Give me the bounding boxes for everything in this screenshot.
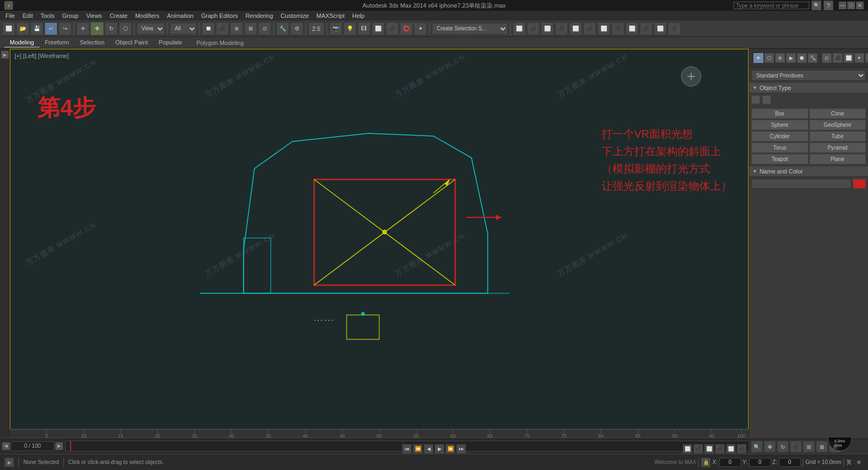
- toolbar-btn-5[interactable]: 🔲: [202, 22, 215, 35]
- toolbar-btn-9[interactable]: ⊙: [258, 22, 271, 35]
- obj-btn-box[interactable]: Box: [751, 108, 808, 119]
- menu-item-maxscript[interactable]: MAXScript: [313, 12, 348, 20]
- toolbar-btn-d[interactable]: 💡: [343, 22, 356, 35]
- toolbar-btn-i[interactable]: ✦: [414, 22, 427, 35]
- toolbar-btn-k[interactable]: ⬛: [527, 22, 540, 35]
- rp-icon-e[interactable]: ⊞: [865, 53, 868, 63]
- subtoolbar-tab-modeling[interactable]: Modeling: [4, 38, 40, 48]
- toolbar-btn-a[interactable]: 🔧: [276, 22, 289, 35]
- maxscript-welcome[interactable]: Welcome to MAX: [654, 459, 696, 465]
- toolbar-btn-h[interactable]: ⭕: [400, 22, 413, 35]
- toolbar-scale[interactable]: ⬡: [119, 22, 132, 35]
- rp-icon-display[interactable]: ⬢: [797, 53, 807, 63]
- obj-btn-sphere[interactable]: Sphere: [751, 120, 808, 130]
- toolbar-btn-t[interactable]: ⬜: [654, 22, 667, 35]
- rp-icon-a[interactable]: ⊙: [822, 53, 832, 63]
- rp-icon-b[interactable]: ⬛: [833, 53, 843, 63]
- rp-icon-hierarchy[interactable]: ⊕: [775, 53, 785, 63]
- obj-btn-geosphere[interactable]: GeoSphere: [809, 120, 866, 130]
- obj-btn-plane[interactable]: Plane: [809, 154, 866, 164]
- search-icon[interactable]: 🔍: [812, 1, 821, 10]
- toolbar-btn-l[interactable]: ⬜: [541, 22, 554, 35]
- rp-icon-c[interactable]: ⬜: [844, 53, 853, 63]
- coord-z-input[interactable]: [779, 458, 801, 467]
- nav-rotate[interactable]: ↻: [777, 441, 789, 453]
- rp-icon-modify[interactable]: ⬡: [764, 53, 774, 63]
- timeline-play-back[interactable]: ◀: [2, 442, 10, 450]
- toolbar-undo[interactable]: ↩: [44, 22, 58, 35]
- toolbar-open[interactable]: 📂: [16, 22, 29, 35]
- obj-btn-cylinder[interactable]: Cylinder: [751, 131, 808, 141]
- right-panel-dropdown[interactable]: Standard Primitives: [751, 70, 866, 81]
- pb-play[interactable]: ▶: [435, 444, 444, 454]
- viewport[interactable]: [+] [Left] [Wireframe] 万万图库 MWMW.CN 万万图库…: [10, 49, 749, 437]
- menu-item-create[interactable]: Create: [106, 12, 131, 20]
- menu-item-modifiers[interactable]: Modifiers: [132, 12, 163, 20]
- menu-item-edit[interactable]: Edit: [20, 12, 36, 20]
- menu-item-graph-editors[interactable]: Graph Editors: [198, 12, 241, 20]
- toolbar-btn-n[interactable]: ⬜: [569, 22, 582, 35]
- toolbar-btn-g[interactable]: ⬛: [386, 22, 399, 35]
- menu-item-rendering[interactable]: Rendering: [242, 12, 277, 20]
- left-panel-btn-1[interactable]: ▶: [1, 51, 9, 59]
- toolbar-all-dropdown[interactable]: All: [170, 23, 197, 35]
- obj-btn-pyramid[interactable]: Pyramid: [809, 143, 866, 153]
- toolbar-select[interactable]: ✛: [76, 22, 90, 35]
- coord-y-input[interactable]: [749, 458, 771, 467]
- search-input[interactable]: [733, 2, 809, 9]
- pb-prev-key[interactable]: ⏪: [413, 444, 423, 454]
- toolbar-btn-u[interactable]: ⬛: [668, 22, 681, 35]
- toolbar-btn-b[interactable]: ⚙: [290, 22, 303, 35]
- menu-item-customize[interactable]: Customize: [277, 12, 312, 20]
- timeline-play-fwd[interactable]: ▶: [55, 442, 63, 450]
- nav-zoom[interactable]: 🔍: [751, 441, 763, 453]
- subtoolbar-tab-selection[interactable]: Selection: [74, 38, 110, 48]
- help-icon[interactable]: ?: [824, 1, 833, 10]
- menu-item-animation[interactable]: Animation: [164, 12, 197, 20]
- subtoolbar-tab-populate[interactable]: Populate: [153, 38, 187, 48]
- color-swatch[interactable]: [853, 179, 866, 189]
- toolbar-btn-s[interactable]: ⬛: [640, 22, 653, 35]
- menu-item-group[interactable]: Group: [59, 12, 82, 20]
- obj-btn-teapot[interactable]: Teapot: [751, 154, 808, 164]
- name-input[interactable]: [751, 179, 851, 189]
- rp-icon-utilities[interactable]: 🔧: [808, 53, 818, 63]
- coord-x-input[interactable]: [719, 458, 741, 467]
- pb-prev-frame[interactable]: ◀: [424, 444, 433, 454]
- toolbar-rotate[interactable]: ↻: [105, 22, 118, 35]
- rbi-6[interactable]: ⬛: [737, 444, 746, 454]
- checkbox-2[interactable]: [762, 95, 771, 104]
- toolbar-btn-o[interactable]: ⬛: [583, 22, 596, 35]
- toolbar-btn-r[interactable]: ⬜: [626, 22, 639, 35]
- toolbar-new[interactable]: ⬜: [2, 22, 15, 35]
- toolbar-create-sel[interactable]: Create Selection S...: [432, 23, 508, 35]
- nav-pan[interactable]: ✥: [764, 441, 776, 453]
- toolbar-btn-p[interactable]: ⬜: [597, 22, 610, 35]
- rp-icon-create[interactable]: ✚: [754, 53, 763, 63]
- toolbar-btn-m[interactable]: ⬛: [555, 22, 568, 35]
- maximize-button[interactable]: □: [847, 2, 855, 9]
- pb-go-start[interactable]: ⏮: [402, 444, 412, 454]
- rp-icon-d[interactable]: ✦: [854, 53, 864, 63]
- menu-item-help[interactable]: Help: [349, 12, 368, 20]
- nav-field[interactable]: ⬛: [790, 441, 802, 453]
- toolbar-btn-c[interactable]: 📷: [329, 22, 342, 35]
- rbi-2[interactable]: ⬛: [693, 444, 703, 454]
- pb-next-key[interactable]: ⏭: [456, 444, 466, 454]
- frame-counter[interactable]: 0 / 100: [11, 441, 54, 451]
- rbi-5[interactable]: ⬜: [726, 444, 736, 454]
- obj-btn-tube[interactable]: Tube: [809, 131, 866, 141]
- toolbar-btn-8[interactable]: ⊞: [244, 22, 257, 35]
- toolbar-move[interactable]: ✤: [91, 22, 104, 35]
- rbi-3[interactable]: ⬜: [704, 444, 714, 454]
- toolbar-btn-6[interactable]: ⬛: [216, 22, 229, 35]
- toolbar-btn-q[interactable]: ⬛: [611, 22, 624, 35]
- toolbar-btn-f[interactable]: ⬜: [372, 22, 385, 35]
- menu-item-file[interactable]: File: [2, 12, 18, 20]
- obj-btn-torus[interactable]: Torus: [751, 143, 808, 153]
- rbi-1[interactable]: ⬜: [682, 444, 692, 454]
- toolbar-view-dropdown[interactable]: View: [137, 23, 165, 35]
- rp-section-object-type[interactable]: ▼ Object Type: [749, 83, 868, 93]
- menu-item-tools[interactable]: Tools: [37, 12, 58, 20]
- pb-next-frame[interactable]: ⏩: [445, 444, 455, 454]
